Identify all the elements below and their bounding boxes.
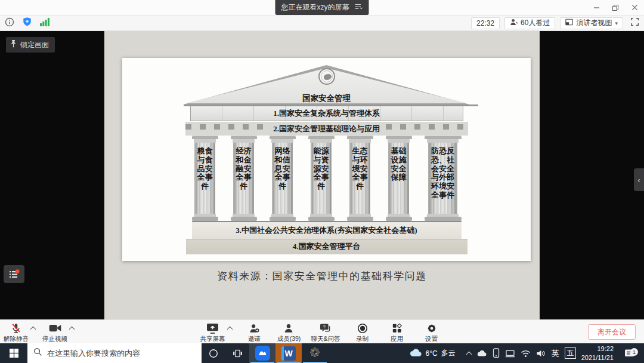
clock-date: 2021/11/21 — [581, 353, 614, 362]
computer-device-icon[interactable] — [505, 349, 515, 358]
collapse-panel-button[interactable]: ‹ — [634, 168, 644, 191]
share-screen-button[interactable]: 共享屏幕 — [200, 321, 225, 343]
temple-beam-2: 2.国家安全管理基础理论与应用 — [185, 122, 468, 136]
action-center-button[interactable]: 1 — [619, 349, 639, 358]
leave-meeting-button[interactable]: 离开会议 — [588, 324, 636, 340]
settings-button[interactable]: 设置 — [419, 321, 444, 343]
phone-link-icon[interactable] — [493, 348, 500, 358]
weather-widget[interactable]: 6°C 多云 — [403, 347, 462, 359]
mute-options-chevron[interactable] — [30, 326, 36, 332]
ime-language-indicator[interactable]: 英 — [552, 348, 559, 359]
volume-icon[interactable] — [536, 349, 546, 358]
temple-pediment: 国家安全管理 — [184, 65, 470, 104]
meeting-timer: 22:32 — [471, 17, 500, 29]
watching-banner-text: 您正在观看xzy的屏幕 — [281, 2, 349, 13]
microphone-muted-icon — [11, 323, 21, 334]
watching-banner: 您正在观看xzy的屏幕 — [275, 0, 369, 15]
start-button[interactable] — [0, 343, 27, 363]
meeting-timer-text: 22:32 — [476, 19, 494, 27]
invite-button[interactable]: 邀请 — [242, 321, 267, 343]
pin-view-button[interactable]: 锁定画面 — [6, 37, 55, 53]
meeting-bar-right: 22:32 60人看过 演讲者视图 ▾ — [471, 17, 639, 29]
toolbar-center-group: 共享屏幕 邀请 成员(39) ? 聊天&问答 — [200, 321, 444, 343]
taskbar-clock[interactable]: 19:22 2021/11/21 — [581, 344, 614, 362]
search-input[interactable] — [47, 349, 196, 358]
task-view-icon — [233, 349, 243, 358]
stop-video-button[interactable]: 停止视频 — [42, 321, 67, 343]
wifi-icon[interactable] — [521, 349, 531, 358]
pillar-food-safety: 粮食与食品安全事件 — [192, 136, 218, 221]
pillar-economy-finance: 经济和金融安全事件 — [231, 136, 257, 221]
close-button[interactable] — [625, 0, 644, 15]
unmute-button[interactable]: 解除静音 — [4, 321, 29, 343]
weather-desc: 多云 — [441, 348, 456, 358]
viewers-count: 60人看过 — [521, 18, 550, 28]
banner-menu-icon[interactable] — [355, 3, 363, 12]
taskbar-app-utility[interactable] — [302, 343, 328, 363]
security-shield-icon[interactable] — [22, 17, 32, 29]
chat-messages-float-button[interactable] — [4, 265, 24, 283]
minimize-button[interactable] — [587, 0, 606, 15]
temple-columns: 粮食与食品安全事件 经济和金融安全事件 网络和信息安全事件 — [192, 136, 462, 221]
stop-video-label: 停止视频 — [42, 335, 67, 343]
shared-screen-area: 国家安全管理 1.国家安全复杂系统与管理体系 2.国家安全管理基础理论与应用 粮… — [0, 31, 644, 319]
globe-emblem-icon — [318, 68, 335, 85]
task-view-button[interactable] — [225, 343, 249, 363]
members-button[interactable]: 成员(39) — [276, 321, 301, 343]
window-titlebar: 您正在观看xzy的屏幕 — [0, 0, 644, 16]
windows-logo-icon — [10, 349, 18, 358]
window-controls — [587, 0, 644, 15]
system-tray: 6°C 多云 英 五 19:22 2021/11/21 — [398, 343, 644, 363]
video-options-chevron[interactable] — [69, 326, 75, 332]
weather-temp: 6°C — [426, 349, 438, 358]
meeting-info-icon[interactable] — [5, 17, 14, 29]
gear-icon — [426, 323, 437, 334]
temple-title: 国家安全管理 — [184, 93, 470, 104]
cortana-button[interactable] — [202, 343, 225, 363]
ime-mode-indicator[interactable]: 五 — [565, 347, 576, 359]
svg-text:?: ? — [323, 324, 326, 330]
meeting-info-bar: 22:32 60人看过 演讲者视图 ▾ — [0, 16, 644, 31]
settings-label: 设置 — [425, 335, 438, 343]
apps-grid-icon — [392, 323, 402, 334]
pillar-network-info: 网络和信息安全事件 — [270, 136, 296, 221]
taskbar-app-meeting[interactable] — [249, 343, 275, 363]
temple-diagram: 国家安全管理 1.国家安全复杂系统与管理体系 2.国家安全管理基础理论与应用 粮… — [184, 65, 470, 254]
share-screen-label: 共享屏幕 — [200, 335, 225, 343]
network-signal-icon[interactable] — [40, 18, 49, 29]
windows-taskbar: W 6°C 多云 — [0, 343, 644, 363]
search-icon — [33, 347, 42, 359]
record-label: 录制 — [356, 335, 369, 343]
record-icon — [357, 323, 368, 334]
viewers-icon — [510, 19, 518, 27]
restore-button[interactable] — [606, 0, 625, 15]
slide-caption: 资料来源：国家安全管理中的基础科学问题 — [104, 269, 540, 283]
pillar-energy-resource: 能源与资源安全事件 — [308, 136, 335, 221]
record-button[interactable]: 录制 — [350, 321, 375, 343]
presenter-screen: 国家安全管理 1.国家安全复杂系统与管理体系 2.国家安全管理基础理论与应用 粮… — [104, 31, 540, 319]
viewers-button[interactable]: 60人看过 — [504, 17, 555, 29]
message-list-icon — [9, 269, 20, 279]
temple-base-1: 3.中国社会公共安全治理体系(夯实国家安全社会基础) — [192, 221, 462, 239]
members-icon — [283, 323, 294, 334]
taskbar-app-word[interactable]: W — [275, 343, 302, 363]
notification-badge: 1 — [630, 348, 638, 356]
invite-person-icon — [249, 323, 260, 334]
weather-cloud-icon — [409, 347, 422, 359]
pillar-counterterror-social: 防恐反恐、社会安全与外部环境安全事件 — [425, 136, 462, 221]
apps-button[interactable]: 应用 — [385, 321, 410, 343]
chat-qa-button[interactable]: ? 聊天&问答 — [311, 321, 340, 343]
pin-label: 锁定画面 — [20, 40, 49, 50]
slide-image: 国家安全管理 1.国家安全复杂系统与管理体系 2.国家安全管理基础理论与应用 粮… — [122, 58, 531, 261]
view-mode-label: 演讲者视图 — [576, 18, 612, 28]
taskbar-search[interactable] — [27, 343, 202, 363]
fullscreen-button[interactable] — [630, 17, 639, 29]
tray-overflow-chevron[interactable] — [467, 350, 471, 356]
share-options-chevron[interactable] — [227, 326, 233, 332]
toolbar-left-group: 解除静音 停止视频 — [4, 321, 74, 343]
meeting-toolbar: 解除静音 停止视频 共享屏幕 — [0, 319, 644, 343]
view-mode-button[interactable]: 演讲者视图 ▾ — [560, 17, 623, 29]
onedrive-cloud-icon[interactable] — [476, 349, 487, 357]
chat-bubble-icon: ? — [319, 323, 332, 334]
meeting-app-window: 您正在观看xzy的屏幕 — [0, 0, 644, 363]
